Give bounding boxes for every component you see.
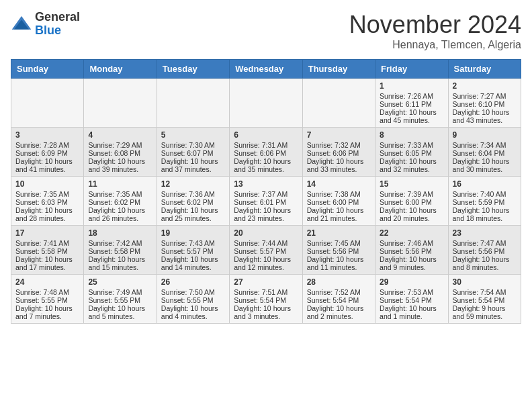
header-sunday: Sunday (11, 60, 84, 79)
day-number: 6 (234, 130, 298, 140)
day-info-line: Daylight: 10 hours and 15 minutes. (88, 255, 152, 271)
calendar-day-cell: 1Sunrise: 7:26 AMSunset: 6:11 PMDaylight… (375, 79, 448, 128)
day-info-line: Sunrise: 7:26 AM (380, 92, 443, 100)
day-info-line: Daylight: 10 hours and 2 minutes. (307, 304, 371, 320)
day-info-line: Sunset: 5:56 PM (307, 247, 371, 255)
calendar-day-cell (84, 79, 157, 128)
day-info-line: Daylight: 10 hours and 18 minutes. (453, 206, 517, 222)
calendar-day-cell: 17Sunrise: 7:41 AMSunset: 5:58 PMDayligh… (11, 226, 84, 275)
day-info-line: Sunset: 6:02 PM (161, 198, 225, 206)
calendar-day-cell: 23Sunrise: 7:47 AMSunset: 5:56 PMDayligh… (448, 226, 521, 275)
day-info-line: Sunrise: 7:40 AM (453, 190, 517, 198)
day-number: 26 (161, 277, 225, 287)
day-info-line: Sunset: 6:02 PM (88, 198, 152, 206)
location-subtitle: Hennaya, Tlemcen, Algeria (349, 39, 521, 51)
logo-icon (11, 13, 32, 35)
day-info-line: Sunrise: 7:42 AM (88, 239, 152, 247)
day-number: 17 (15, 228, 79, 238)
day-number: 30 (453, 277, 517, 287)
day-info-line: Sunset: 5:56 PM (453, 247, 517, 255)
calendar-day-cell: 22Sunrise: 7:46 AMSunset: 5:56 PMDayligh… (375, 226, 448, 275)
calendar-day-cell: 30Sunrise: 7:54 AMSunset: 5:54 PMDayligh… (448, 275, 521, 324)
day-info-line: Sunrise: 7:41 AM (15, 239, 79, 247)
day-number: 27 (234, 277, 298, 287)
day-info-line: Daylight: 10 hours and 30 minutes. (453, 157, 517, 173)
day-number: 9 (453, 130, 517, 140)
day-info-line: Daylight: 10 hours and 9 minutes. (380, 255, 443, 271)
day-info-line: Daylight: 10 hours and 14 minutes. (161, 255, 225, 271)
day-info-line: Daylight: 10 hours and 5 minutes. (88, 304, 152, 320)
calendar-day-cell: 28Sunrise: 7:52 AMSunset: 5:54 PMDayligh… (302, 275, 375, 324)
day-info-line: Sunset: 5:55 PM (88, 296, 152, 304)
header-wednesday: Wednesday (230, 60, 302, 79)
day-info-line: Sunrise: 7:52 AM (307, 288, 371, 296)
calendar-day-cell: 24Sunrise: 7:48 AMSunset: 5:55 PMDayligh… (11, 275, 84, 324)
day-info-line: Sunrise: 7:48 AM (15, 288, 79, 296)
day-number: 21 (307, 228, 371, 238)
calendar-day-cell: 11Sunrise: 7:35 AMSunset: 6:02 PMDayligh… (84, 177, 157, 226)
day-info-line: Sunset: 6:00 PM (307, 198, 371, 206)
day-info-line: Sunset: 5:56 PM (380, 247, 443, 255)
day-info-line: Daylight: 10 hours and 3 minutes. (234, 304, 298, 320)
day-info-line: Daylight: 10 hours and 1 minute. (380, 304, 443, 320)
day-info-line: Daylight: 10 hours and 11 minutes. (307, 255, 371, 271)
day-number: 29 (380, 277, 443, 287)
day-info-line: Daylight: 10 hours and 39 minutes. (88, 157, 152, 173)
day-info-line: Daylight: 10 hours and 20 minutes. (380, 206, 443, 222)
day-info-line: Sunset: 5:55 PM (15, 296, 79, 304)
day-number: 19 (161, 228, 225, 238)
calendar-day-cell: 15Sunrise: 7:39 AMSunset: 6:00 PMDayligh… (375, 177, 448, 226)
calendar-day-cell: 21Sunrise: 7:45 AMSunset: 5:56 PMDayligh… (302, 226, 375, 275)
header-monday: Monday (84, 60, 157, 79)
calendar-day-cell: 9Sunrise: 7:34 AMSunset: 6:04 PMDaylight… (448, 128, 521, 177)
day-info-line: Sunset: 5:58 PM (15, 247, 79, 255)
day-info-line: Daylight: 10 hours and 41 minutes. (15, 157, 79, 173)
day-number: 2 (453, 81, 517, 91)
calendar-day-cell (230, 79, 302, 128)
day-info-line: Sunrise: 7:29 AM (88, 141, 152, 149)
day-info-line: Daylight: 10 hours and 12 minutes. (234, 255, 298, 271)
day-info-line: Daylight: 10 hours and 8 minutes. (453, 255, 517, 271)
logo: General Blue (11, 11, 80, 38)
day-number: 16 (453, 179, 517, 189)
calendar-week-row: 3Sunrise: 7:28 AMSunset: 6:09 PMDaylight… (11, 128, 521, 177)
calendar-day-cell: 16Sunrise: 7:40 AMSunset: 5:59 PMDayligh… (448, 177, 521, 226)
calendar-day-cell: 2Sunrise: 7:27 AMSunset: 6:10 PMDaylight… (448, 79, 521, 128)
day-number: 28 (307, 277, 371, 287)
day-info-line: Sunset: 6:08 PM (88, 149, 152, 157)
day-info-line: Sunrise: 7:33 AM (380, 141, 443, 149)
day-info-line: Sunrise: 7:35 AM (15, 190, 79, 198)
day-info-line: Sunset: 5:54 PM (453, 296, 517, 304)
day-number: 8 (380, 130, 443, 140)
day-info-line: Daylight: 10 hours and 23 minutes. (234, 206, 298, 222)
day-info-line: Daylight: 10 hours and 17 minutes. (15, 255, 79, 271)
day-info-line: Sunset: 6:05 PM (380, 149, 443, 157)
day-number: 5 (161, 130, 225, 140)
day-info-line: Sunrise: 7:27 AM (453, 92, 517, 100)
page-header: General Blue November 2024 Hennaya, Tlem… (11, 11, 521, 51)
day-info-line: Daylight: 10 hours and 37 minutes. (161, 157, 225, 173)
calendar-day-cell: 10Sunrise: 7:35 AMSunset: 6:03 PMDayligh… (11, 177, 84, 226)
header-friday: Friday (375, 60, 448, 79)
day-number: 18 (88, 228, 152, 238)
day-info-line: Sunrise: 7:46 AM (380, 239, 443, 247)
calendar-day-cell: 12Sunrise: 7:36 AMSunset: 6:02 PMDayligh… (157, 177, 229, 226)
calendar-day-cell: 26Sunrise: 7:50 AMSunset: 5:55 PMDayligh… (157, 275, 229, 324)
day-info-line: Sunrise: 7:34 AM (453, 141, 517, 149)
day-info-line: Sunrise: 7:54 AM (453, 288, 517, 296)
day-info-line: Sunset: 5:57 PM (161, 247, 225, 255)
day-info-line: Sunrise: 7:53 AM (380, 288, 443, 296)
header-tuesday: Tuesday (157, 60, 229, 79)
logo-text: General Blue (35, 11, 80, 38)
calendar-table: Sunday Monday Tuesday Wednesday Thursday… (11, 59, 521, 324)
calendar-day-cell (11, 79, 84, 128)
day-info-line: Sunrise: 7:31 AM (234, 141, 298, 149)
day-number: 24 (15, 277, 79, 287)
day-info-line: Sunset: 5:58 PM (88, 247, 152, 255)
day-number: 25 (88, 277, 152, 287)
day-info-line: Sunset: 5:54 PM (234, 296, 298, 304)
day-number: 14 (307, 179, 371, 189)
day-info-line: Sunrise: 7:49 AM (88, 288, 152, 296)
day-info-line: Sunset: 6:00 PM (380, 198, 443, 206)
calendar-day-cell: 29Sunrise: 7:53 AMSunset: 5:54 PMDayligh… (375, 275, 448, 324)
